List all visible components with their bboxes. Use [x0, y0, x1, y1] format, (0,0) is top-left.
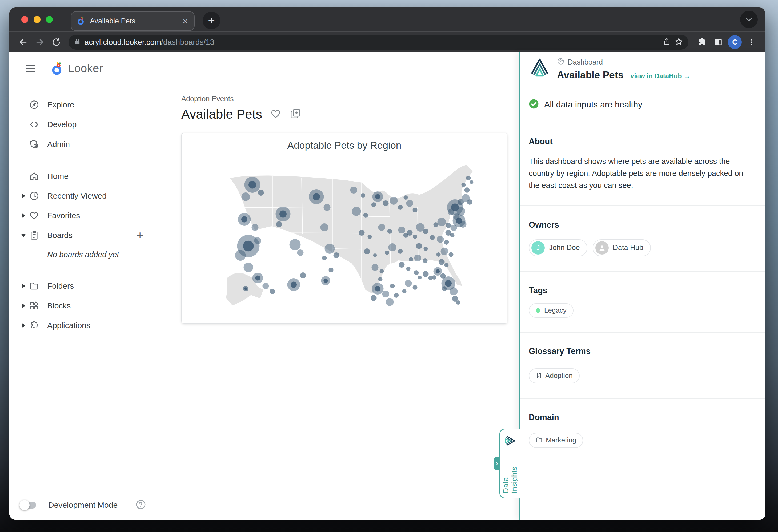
browser-tab[interactable]: Available Pets × [71, 11, 194, 31]
map-bubble [373, 254, 377, 257]
datahub-logo-small [503, 435, 517, 447]
panel-divider [520, 122, 765, 122]
glossary-term-pill-adoption[interactable]: Adoption [529, 368, 579, 383]
view-in-datahub-link[interactable]: view in DataHub → [631, 72, 691, 80]
sidebar-label: Develop [47, 120, 77, 129]
domain-pill-marketing[interactable]: Marketing [529, 433, 583, 448]
pets-map-svg [181, 153, 507, 323]
extensions-icon[interactable] [695, 35, 709, 49]
sidebar-item-favorites[interactable]: Favorites [9, 206, 155, 226]
boards-empty-text: No boards added yet [9, 245, 155, 264]
sidebar-label: Home [47, 172, 69, 181]
development-mode-toggle[interactable] [20, 502, 36, 509]
map-bubble [457, 207, 465, 215]
map-bubble [450, 287, 458, 295]
sidebar-item-folders[interactable]: Folders [9, 276, 155, 296]
owner-pill-john-doe[interactable]: J John Doe [529, 239, 588, 256]
folder-icon [536, 436, 543, 444]
side-panel-icon[interactable] [711, 35, 725, 49]
map-bubble [414, 270, 419, 275]
menu-dots-icon[interactable] [745, 35, 758, 49]
map-bubble [450, 233, 455, 238]
page-title: Available Pets [181, 107, 262, 121]
tag-pill-legacy[interactable]: Legacy [529, 303, 573, 318]
new-tab-button[interactable]: + [203, 12, 220, 29]
breadcrumb[interactable]: Adoption Events [181, 95, 519, 103]
help-icon[interactable] [135, 499, 146, 511]
looker-logo[interactable]: Looker [51, 62, 103, 75]
lock-icon [74, 38, 81, 46]
map-bubble [413, 208, 417, 212]
sidebar-item-blocks[interactable]: Blocks [9, 296, 155, 316]
url-bar[interactable]: acryl.cloud.looker.com/dashboards/13 [69, 35, 688, 50]
owner-pill-data-hub[interactable]: Data Hub [593, 239, 651, 256]
map-bubble [398, 227, 405, 234]
url-path: /dashboards/13 [161, 38, 214, 47]
map-bubble [258, 190, 264, 196]
caret-right-icon[interactable] [19, 284, 28, 288]
sidebar-item-explore[interactable]: Explore [9, 95, 155, 115]
map-bubble [423, 271, 429, 277]
caret-right-icon[interactable] [19, 193, 28, 198]
domain-heading: Domain [529, 413, 756, 422]
looker-header: Looker [9, 52, 519, 85]
back-button[interactable] [16, 35, 30, 49]
map-bubble [352, 207, 361, 216]
profile-avatar[interactable]: C [728, 35, 742, 49]
map-bubble-core [436, 269, 440, 273]
sidebar-label: Folders [47, 281, 74, 290]
bookmark-star-icon[interactable] [675, 37, 683, 47]
add-board-button[interactable]: + [137, 229, 143, 242]
sidebar-item-develop[interactable]: Develop [9, 115, 155, 134]
add-to-board-icon[interactable] [289, 108, 302, 121]
dashboard-gauge-icon [557, 58, 564, 67]
close-window-button[interactable] [21, 16, 28, 23]
sidebar-item-recently-viewed[interactable]: Recently Viewed [9, 186, 155, 206]
map-bubble [449, 252, 454, 257]
us-bubble-map[interactable] [181, 153, 507, 324]
map-bubble [325, 244, 335, 254]
favorite-heart-icon[interactable] [270, 108, 281, 120]
sidebar-divider [9, 489, 148, 490]
owners-heading: Owners [529, 220, 756, 230]
data-insights-tab[interactable]: Data Insights › [499, 429, 520, 499]
map-bubble [276, 221, 282, 227]
reload-button[interactable] [49, 35, 63, 49]
map-bubble-core [445, 280, 452, 287]
looker-body: Explore Develop Admin [9, 85, 519, 520]
puzzle-icon [28, 321, 40, 331]
looker-logo-icon [51, 62, 64, 75]
forward-button[interactable] [33, 35, 47, 49]
hamburger-menu-icon[interactable] [26, 65, 35, 73]
tab-close-icon[interactable]: × [181, 17, 189, 25]
map-bubble-core [243, 241, 253, 251]
zoom-window-button[interactable] [46, 16, 53, 23]
code-icon [28, 119, 40, 129]
map-bubble [300, 272, 306, 278]
map-bubble [364, 213, 368, 218]
datahub-panel: Dashboard Available Pets view in DataHub… [519, 52, 765, 520]
map-bubble [456, 300, 460, 305]
map-bubble [387, 229, 392, 234]
sidebar-item-boards[interactable]: Boards + [9, 226, 155, 245]
caret-down-icon[interactable] [19, 234, 28, 237]
tab-search-button[interactable] [740, 11, 758, 28]
minimize-window-button[interactable] [33, 16, 41, 23]
bookmark-icon [536, 372, 542, 379]
browser-window: Available Pets × + acryl.cloud.looker.co… [9, 7, 765, 520]
caret-right-icon[interactable] [19, 323, 28, 328]
expand-chevron-button[interactable]: › [493, 457, 500, 470]
tab-strip: Available Pets × + [9, 7, 765, 32]
sidebar-label: Explore [47, 100, 74, 109]
sidebar-item-home[interactable]: Home [9, 166, 155, 186]
share-icon[interactable] [663, 37, 671, 47]
caret-right-icon[interactable] [19, 303, 28, 308]
caret-right-icon[interactable] [19, 213, 28, 218]
map-bubble [378, 224, 385, 231]
map-bubble [324, 204, 331, 211]
dashboard-main: Adoption Events Available Pets Adoptable… [155, 85, 519, 520]
map-bubble-core [248, 181, 256, 189]
map-bubble [413, 235, 417, 239]
sidebar-item-admin[interactable]: Admin [9, 134, 155, 154]
sidebar-item-applications[interactable]: Applications [9, 316, 155, 335]
